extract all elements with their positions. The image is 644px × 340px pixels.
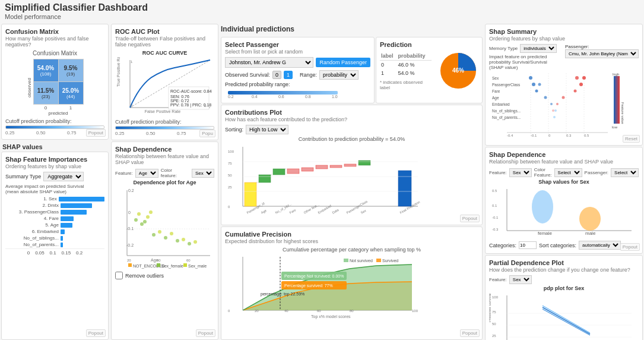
shap-fi-title: Shap Feature Importances [5, 156, 104, 163]
svg-point-118 [538, 83, 541, 86]
shap-dep-mid-popout-btn[interactable]: Popout [196, 329, 215, 337]
shap-dep-mid-plot-title: Dependence plot for Age [115, 180, 214, 185]
svg-text:0.6: 0.6 [278, 95, 284, 99]
contrib-popout-btn[interactable]: Popout [460, 215, 480, 222]
svg-text:False Positive Rate: False Positive Rate [145, 109, 180, 114]
svg-text:Embarked: Embarked [492, 102, 510, 106]
obs-0-btn[interactable]: 0 [272, 71, 281, 79]
shap-dep-right-feature-select[interactable]: Sex [509, 168, 532, 177]
color-feature-label: Color feature: [161, 168, 189, 178]
passenger-right-select[interactable]: Cmu, Mr. John Bayley (Name) [565, 49, 639, 58]
svg-point-21 [164, 236, 167, 240]
svg-point-127 [550, 103, 553, 105]
partial-dep-feature-select[interactable]: Sex [509, 275, 532, 284]
partial-dep-chart-title: pdp plot for Sex [489, 285, 639, 291]
svg-text:100: 100 [228, 150, 234, 153]
svg-text:Sex_female: Sex_female [161, 264, 183, 269]
svg-text:high: high [613, 73, 619, 76]
svg-point-24 [182, 238, 185, 241]
pred-row1-label: 1 [380, 69, 397, 77]
svg-text:Percentage survived: 77%: Percentage survived: 77% [284, 284, 333, 288]
cumulative-chart: Percentage Not survived: 0.00% Percentag… [225, 254, 421, 325]
shap-bar-row: 6. Embarked [5, 229, 104, 234]
pred-row1-prob: 54.0 % [397, 69, 432, 77]
confusion-popout-btn[interactable]: Popout [86, 129, 106, 137]
random-passenger-btn[interactable]: Random Passenger [316, 58, 370, 67]
svg-text:60: 60 [186, 259, 191, 262]
svg-point-121 [535, 90, 538, 93]
svg-text:True Positive Rate: True Positive Rate [116, 57, 120, 87]
svg-text:Percentage Not survived: 0.00%: Percentage Not survived: 0.00% [284, 274, 344, 279]
contributions-plot-panel: Contributions Plot How has each feature … [221, 105, 483, 225]
sort-select[interactable]: automatically [579, 241, 621, 250]
shap-dep-right-chart-title: Shap values for Sex [489, 179, 639, 185]
shap-dep-right-color-select[interactable]: Select [554, 168, 582, 177]
svg-text:0: 0 [228, 309, 230, 313]
summary-type-select[interactable]: Aggregate [43, 172, 84, 181]
svg-text:100: 100 [412, 309, 418, 313]
prob-range-label: Predicted probability range: [225, 81, 370, 87]
obs-1-btn[interactable]: 1 [284, 71, 293, 79]
cm-fn: 9.5% (19) [58, 59, 83, 82]
cm-y-axis: observed [27, 78, 32, 97]
svg-rect-58 [287, 169, 299, 174]
svg-text:Fare: Fare [492, 89, 500, 93]
shap-dependence-mid-chart: 0.2 0 -0.1 -0.2 Age 20 40 60 NOT_ENCODED… [115, 187, 213, 270]
contrib-title: Contributions Plot [225, 109, 478, 116]
svg-text:0: 0 [548, 134, 551, 137]
passenger-input-row: Johnston, Mr. Andrew G Random Passenger [225, 57, 370, 68]
svg-rect-60 [316, 165, 328, 169]
cm-x-axis: predicted [33, 111, 84, 116]
cum-popout-btn[interactable]: Popout [460, 329, 480, 337]
shap-bar-row: 5. Age [5, 222, 104, 228]
svg-text:-0.1: -0.1 [126, 226, 134, 231]
svg-text:46%: 46% [452, 67, 464, 74]
obs-survival-label: Observed Survival: [225, 72, 270, 78]
shap-dep-right-popout-btn[interactable]: Popout [620, 243, 640, 251]
svg-point-124 [544, 96, 547, 99]
select-passenger-subtitle: Select from list or pick at random [225, 49, 370, 55]
svg-text:1.0: 1.0 [332, 95, 338, 99]
svg-text:Not survived: Not survived [350, 259, 373, 263]
memory-type-select[interactable]: individuals [520, 44, 557, 53]
memory-type-row: Memory Type individuals [489, 44, 563, 53]
range-select[interactable]: probability [319, 70, 359, 80]
svg-point-19 [152, 233, 156, 237]
shap-sum-right-popout-btn[interactable]: Reset [623, 135, 640, 143]
violin-chart: 0.5 0.1 -0.1 -0.3 female male [489, 186, 640, 240]
svg-point-123 [562, 96, 565, 99]
svg-point-20 [158, 230, 161, 234]
cum-title: Cumulative Precision [225, 231, 478, 238]
svg-text:low: low [612, 125, 618, 129]
cumulative-precision-panel: Cumulative Precision Expected distributi… [221, 226, 483, 340]
sorting-select[interactable]: High to Low [246, 125, 288, 134]
pred-row0-label: 0 [380, 61, 397, 70]
svg-point-130 [552, 109, 554, 112]
roc-popout-btn[interactable]: Popu [199, 130, 215, 137]
svg-text:SPE: 0.72: SPE: 0.72 [170, 99, 189, 103]
svg-text:Age: Age [492, 96, 499, 100]
remove-outliers-checkbox[interactable] [115, 272, 123, 279]
svg-point-27 [137, 212, 141, 216]
svg-point-26 [193, 240, 197, 244]
svg-point-112 [582, 76, 586, 80]
svg-rect-40 [157, 263, 160, 267]
shap-fi-popout-btn[interactable]: Popout [86, 329, 106, 337]
svg-text:0: 0 [128, 210, 131, 215]
shap-dep-right-pass-select[interactable]: Select [611, 168, 639, 177]
svg-point-29 [149, 210, 153, 214]
svg-text:Sex: Sex [360, 209, 367, 215]
categories-input[interactable] [519, 241, 537, 249]
svg-text:0: 0 [228, 205, 230, 209]
svg-text:Sex_male: Sex_male [188, 264, 207, 269]
feature-select[interactable]: Age [135, 169, 158, 178]
cum-subtitle: Expected distribution for highest scores [225, 238, 478, 244]
individual-predictions-title: Individual predictions [221, 24, 483, 36]
svg-rect-63 [359, 160, 370, 165]
shap-section-title: SHAP values [1, 141, 109, 150]
contrib-subtitle: How has each feature contributed to the … [225, 117, 478, 122]
color-feature-select[interactable]: Sex [192, 169, 214, 178]
svg-point-25 [188, 242, 191, 245]
shap-bar-row: 2. Dmtx [5, 203, 104, 208]
passenger-select[interactable]: Johnston, Mr. Andrew G [225, 57, 313, 68]
